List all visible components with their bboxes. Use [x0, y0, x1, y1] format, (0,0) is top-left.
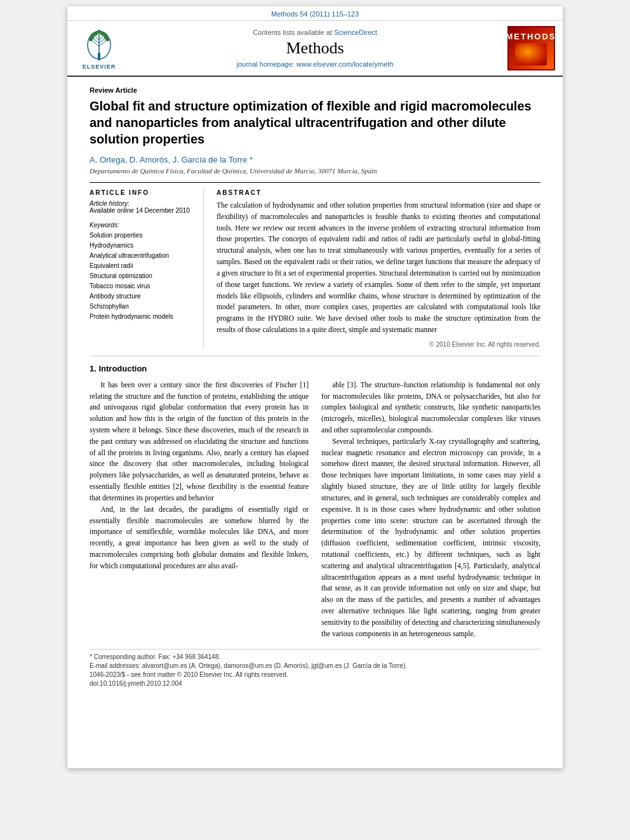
footnote-3: doi:10.1016/j.ymeth.2010.12.004 — [90, 680, 540, 687]
svg-line-5 — [99, 40, 107, 46]
footnotes: * Corresponding author. Fax: +34 968 364… — [90, 649, 540, 687]
keyword-item: Schizophyllan — [90, 302, 194, 312]
history-value: Available online 14 December 2010 — [90, 207, 194, 214]
elsevier-logo: ELSEVIER — [74, 26, 124, 70]
methods-logo: METHODS — [506, 26, 556, 70]
authors: A. Ortega, D. Amorós, J. García de la To… — [90, 155, 540, 164]
footnote-0: * Corresponding author. Fax: +34 968 364… — [90, 653, 540, 660]
section-divider — [90, 356, 540, 356]
section1-right-para-1: Several techniques, particularly X-ray c… — [321, 436, 540, 640]
journal-title: Methods — [286, 39, 344, 58]
section1-body: It has been over a century since the fir… — [90, 380, 540, 640]
article-title: Global fit and structure optimization of… — [90, 98, 540, 147]
keywords-section: Keywords: Solution propertiesHydrodynami… — [90, 220, 194, 322]
affiliation: Departamento de Química Física, Facultad… — [90, 167, 540, 175]
article-type-label: Review Article — [90, 86, 540, 94]
svg-point-16 — [94, 32, 98, 36]
abstract-heading: ABSTRACT — [217, 189, 540, 196]
keyword-item: Equivalent radii — [90, 261, 194, 271]
methods-label: METHODS — [506, 32, 556, 41]
keyword-item: Hydrodynamics — [90, 241, 194, 251]
elsevier-text: ELSEVIER — [83, 63, 116, 70]
abstract-text: The calculation of hydrodynamic and othe… — [217, 200, 540, 336]
article-history: Article history: Available online 14 Dec… — [90, 200, 194, 214]
keyword-item: Solution properties — [90, 230, 194, 241]
section1-left-text: It has been over a century since the fir… — [90, 380, 309, 572]
article-info-heading: ARTICLE INFO — [90, 189, 194, 196]
content-area: Review Article Global fit and structure … — [67, 77, 563, 698]
journal-info-center: Contents lists available at ScienceDirec… — [131, 26, 499, 70]
keyword-item: Analytical ultracentrifugation — [90, 251, 194, 261]
article-info-column: ARTICLE INFO Article history: Available … — [90, 189, 204, 348]
journal-header: ELSEVIER Contents lists available at Sci… — [67, 21, 563, 77]
keyword-item: Protein hydrodynamic models — [90, 312, 194, 322]
homepage-url[interactable]: www.elsevier.com/locate/ymeth — [297, 60, 394, 68]
section1-right-para-0: able [3]. The structure–function relatio… — [321, 380, 540, 436]
section1-right-text: able [3]. The structure–function relatio… — [321, 380, 540, 640]
keywords-list: Solution propertiesHydrodynamicsAnalytic… — [90, 230, 194, 322]
keyword-item: Structural optimization — [90, 271, 194, 281]
copyright: © 2010 Elsevier Inc. All rights reserved… — [217, 341, 540, 348]
keywords-label: Keywords: — [90, 220, 194, 230]
footnotes-list: * Corresponding author. Fax: +34 968 364… — [90, 653, 540, 687]
footnote-2: 1046-2023/$ - see front matter © 2010 El… — [90, 671, 540, 678]
history-label: Article history: — [90, 200, 194, 207]
svg-point-15 — [97, 30, 101, 34]
section1-left-para-1: And, in the last decades, the paradigms … — [90, 504, 309, 572]
contents-line: Contents lists available at ScienceDirec… — [253, 29, 377, 36]
svg-line-3 — [91, 40, 99, 46]
svg-point-17 — [100, 32, 104, 36]
journal-citation: Methods 54 (2011) 115–123 — [67, 6, 563, 21]
methods-brand-image: METHODS — [507, 26, 555, 70]
keyword-item: Tobacco mosaic virus — [90, 281, 194, 291]
citation-text: Methods 54 (2011) 115–123 — [271, 10, 359, 18]
section1-right: able [3]. The structure–function relatio… — [321, 380, 540, 640]
sciencedirect-link[interactable]: ScienceDirect — [334, 29, 377, 36]
journal-homepage: journal homepage: www.elsevier.com/locat… — [236, 60, 393, 68]
article-info-abstract: ARTICLE INFO Article history: Available … — [90, 182, 540, 348]
keyword-item: Antibody structure — [90, 291, 194, 302]
section1-left: It has been over a century since the fir… — [90, 380, 309, 640]
section1-left-para-0: It has been over a century since the fir… — [90, 380, 309, 504]
footnote-1: E-mail addresses: alvarort@um.es (A. Ort… — [90, 662, 540, 669]
section1-title: 1. Introduction — [90, 364, 540, 373]
abstract-column: ABSTRACT The calculation of hydrodynamic… — [217, 189, 540, 348]
